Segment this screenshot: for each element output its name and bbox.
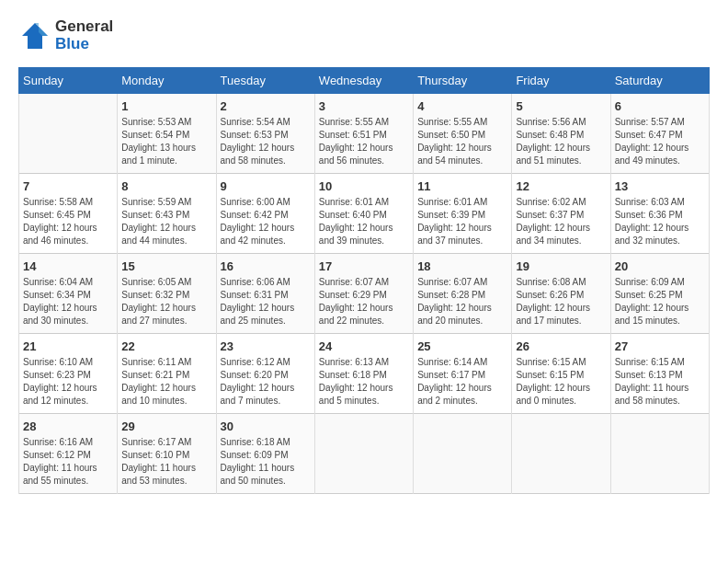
day-number: 14	[23, 259, 113, 273]
calendar-cell: 9Sunrise: 6:00 AM Sunset: 6:42 PM Daylig…	[216, 174, 314, 254]
day-number: 12	[516, 179, 606, 193]
day-number: 3	[319, 99, 409, 113]
day-number: 11	[417, 179, 507, 193]
calendar-cell: 2Sunrise: 5:54 AM Sunset: 6:53 PM Daylig…	[216, 94, 314, 174]
cell-info: Sunrise: 6:07 AM Sunset: 6:29 PM Dayligh…	[319, 276, 409, 327]
day-number: 5	[516, 99, 606, 113]
calendar-cell: 30Sunrise: 6:18 AM Sunset: 6:09 PM Dayli…	[216, 414, 314, 494]
calendar-cell: 12Sunrise: 6:02 AM Sunset: 6:37 PM Dayli…	[512, 174, 610, 254]
calendar-cell	[414, 414, 512, 494]
calendar-cell: 26Sunrise: 6:15 AM Sunset: 6:15 PM Dayli…	[512, 334, 610, 414]
calendar-cell: 20Sunrise: 6:09 AM Sunset: 6:25 PM Dayli…	[610, 254, 709, 334]
cell-info: Sunrise: 5:54 AM Sunset: 6:53 PM Dayligh…	[221, 116, 311, 167]
cell-info: Sunrise: 6:09 AM Sunset: 6:25 PM Dayligh…	[615, 276, 705, 327]
cell-info: Sunrise: 5:56 AM Sunset: 6:48 PM Dayligh…	[516, 116, 606, 167]
cell-info: Sunrise: 5:59 AM Sunset: 6:43 PM Dayligh…	[121, 196, 211, 247]
cell-info: Sunrise: 6:03 AM Sunset: 6:36 PM Dayligh…	[615, 196, 705, 247]
day-number: 10	[319, 179, 409, 193]
day-number: 6	[615, 99, 705, 113]
page-header: General Blue	[18, 18, 710, 52]
calendar-cell	[314, 414, 413, 494]
calendar-cell: 21Sunrise: 6:10 AM Sunset: 6:23 PM Dayli…	[19, 334, 118, 414]
calendar-cell: 13Sunrise: 6:03 AM Sunset: 6:36 PM Dayli…	[610, 174, 709, 254]
cell-info: Sunrise: 6:18 AM Sunset: 6:09 PM Dayligh…	[221, 436, 311, 488]
day-number: 7	[23, 179, 113, 193]
day-number: 17	[319, 259, 409, 273]
calendar-cell	[610, 414, 709, 494]
day-number: 28	[23, 419, 113, 433]
header-sunday: Sunday	[19, 68, 118, 94]
cell-info: Sunrise: 6:14 AM Sunset: 6:17 PM Dayligh…	[417, 356, 507, 408]
calendar-cell: 17Sunrise: 6:07 AM Sunset: 6:29 PM Dayli…	[314, 254, 413, 334]
calendar-cell: 1Sunrise: 5:53 AM Sunset: 6:54 PM Daylig…	[118, 94, 216, 174]
header-saturday: Saturday	[610, 68, 709, 94]
calendar-week-5: 28Sunrise: 6:16 AM Sunset: 6:12 PM Dayli…	[19, 414, 710, 494]
calendar-cell: 16Sunrise: 6:06 AM Sunset: 6:31 PM Dayli…	[216, 254, 314, 334]
logo: General Blue	[18, 18, 113, 52]
day-number: 18	[417, 259, 507, 273]
day-number: 24	[319, 339, 409, 353]
cell-info: Sunrise: 6:01 AM Sunset: 6:39 PM Dayligh…	[417, 196, 507, 247]
cell-info: Sunrise: 5:53 AM Sunset: 6:54 PM Dayligh…	[121, 116, 211, 167]
calendar-cell: 24Sunrise: 6:13 AM Sunset: 6:18 PM Dayli…	[314, 334, 413, 414]
header-thursday: Thursday	[414, 68, 512, 94]
cell-info: Sunrise: 6:16 AM Sunset: 6:12 PM Dayligh…	[23, 436, 113, 488]
day-number: 27	[615, 339, 705, 353]
calendar-cell: 22Sunrise: 6:11 AM Sunset: 6:21 PM Dayli…	[118, 334, 216, 414]
calendar-cell: 7Sunrise: 5:58 AM Sunset: 6:45 PM Daylig…	[19, 174, 118, 254]
day-number: 8	[121, 179, 211, 193]
header-wednesday: Wednesday	[314, 68, 413, 94]
calendar-week-4: 21Sunrise: 6:10 AM Sunset: 6:23 PM Dayli…	[19, 334, 710, 414]
calendar-cell: 5Sunrise: 5:56 AM Sunset: 6:48 PM Daylig…	[512, 94, 610, 174]
day-number: 21	[23, 339, 113, 353]
cell-info: Sunrise: 5:57 AM Sunset: 6:47 PM Dayligh…	[615, 116, 705, 167]
calendar-cell: 11Sunrise: 6:01 AM Sunset: 6:39 PM Dayli…	[414, 174, 512, 254]
calendar-cell	[19, 94, 118, 174]
day-number: 23	[221, 339, 311, 353]
day-number: 30	[221, 419, 311, 433]
cell-info: Sunrise: 6:13 AM Sunset: 6:18 PM Dayligh…	[319, 356, 409, 408]
calendar-week-2: 7Sunrise: 5:58 AM Sunset: 6:45 PM Daylig…	[19, 174, 710, 254]
cell-info: Sunrise: 5:58 AM Sunset: 6:45 PM Dayligh…	[23, 196, 113, 247]
day-number: 29	[121, 419, 211, 433]
cell-info: Sunrise: 6:06 AM Sunset: 6:31 PM Dayligh…	[221, 276, 311, 327]
calendar-cell: 19Sunrise: 6:08 AM Sunset: 6:26 PM Dayli…	[512, 254, 610, 334]
cell-info: Sunrise: 6:02 AM Sunset: 6:37 PM Dayligh…	[516, 196, 606, 247]
calendar-week-1: 1Sunrise: 5:53 AM Sunset: 6:54 PM Daylig…	[19, 94, 710, 174]
calendar-header-row: SundayMondayTuesdayWednesdayThursdayFrid…	[19, 68, 710, 94]
calendar-cell: 29Sunrise: 6:17 AM Sunset: 6:10 PM Dayli…	[118, 414, 216, 494]
calendar-table: SundayMondayTuesdayWednesdayThursdayFrid…	[18, 67, 710, 494]
day-number: 19	[516, 259, 606, 273]
calendar-week-3: 14Sunrise: 6:04 AM Sunset: 6:34 PM Dayli…	[19, 254, 710, 334]
cell-info: Sunrise: 6:08 AM Sunset: 6:26 PM Dayligh…	[516, 276, 606, 327]
cell-info: Sunrise: 5:55 AM Sunset: 6:50 PM Dayligh…	[417, 116, 507, 167]
cell-info: Sunrise: 6:15 AM Sunset: 6:13 PM Dayligh…	[615, 356, 705, 408]
cell-info: Sunrise: 6:00 AM Sunset: 6:42 PM Dayligh…	[221, 196, 311, 247]
calendar-cell: 14Sunrise: 6:04 AM Sunset: 6:34 PM Dayli…	[19, 254, 118, 334]
day-number: 16	[221, 259, 311, 273]
day-number: 2	[221, 99, 311, 113]
day-number: 26	[516, 339, 606, 353]
header-tuesday: Tuesday	[216, 68, 314, 94]
calendar-cell	[512, 414, 610, 494]
cell-info: Sunrise: 6:15 AM Sunset: 6:15 PM Dayligh…	[516, 356, 606, 408]
cell-info: Sunrise: 6:10 AM Sunset: 6:23 PM Dayligh…	[23, 356, 113, 408]
logo-blue: Blue	[55, 36, 113, 53]
day-number: 1	[121, 99, 211, 113]
cell-info: Sunrise: 6:11 AM Sunset: 6:21 PM Dayligh…	[121, 356, 211, 408]
day-number: 20	[615, 259, 705, 273]
day-number: 25	[417, 339, 507, 353]
calendar-cell: 28Sunrise: 6:16 AM Sunset: 6:12 PM Dayli…	[19, 414, 118, 494]
calendar-cell: 25Sunrise: 6:14 AM Sunset: 6:17 PM Dayli…	[414, 334, 512, 414]
calendar-cell: 10Sunrise: 6:01 AM Sunset: 6:40 PM Dayli…	[314, 174, 413, 254]
calendar-cell: 18Sunrise: 6:07 AM Sunset: 6:28 PM Dayli…	[414, 254, 512, 334]
cell-info: Sunrise: 6:04 AM Sunset: 6:34 PM Dayligh…	[23, 276, 113, 327]
cell-info: Sunrise: 6:07 AM Sunset: 6:28 PM Dayligh…	[417, 276, 507, 327]
calendar-cell: 8Sunrise: 5:59 AM Sunset: 6:43 PM Daylig…	[118, 174, 216, 254]
calendar-cell: 4Sunrise: 5:55 AM Sunset: 6:50 PM Daylig…	[414, 94, 512, 174]
cell-info: Sunrise: 6:12 AM Sunset: 6:20 PM Dayligh…	[221, 356, 311, 408]
day-number: 15	[121, 259, 211, 273]
header-monday: Monday	[118, 68, 216, 94]
calendar-cell: 6Sunrise: 5:57 AM Sunset: 6:47 PM Daylig…	[610, 94, 709, 174]
header-friday: Friday	[512, 68, 610, 94]
